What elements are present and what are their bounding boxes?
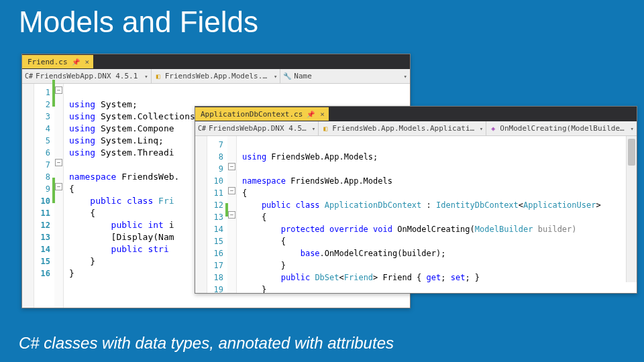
change-marker xyxy=(52,84,55,107)
fold-gutter: − − − xyxy=(227,136,237,293)
class-icon: ◧ xyxy=(154,72,162,80)
nav-class[interactable]: ◧FriendsWeb.App.Models.ApplicationDbCont… xyxy=(319,121,486,135)
code-area[interactable]: 7891011121314151617181920 − − − using Fr… xyxy=(195,136,637,293)
scrollbar-vertical[interactable] xyxy=(626,136,637,282)
nav-project[interactable]: C#FriendsWebApp.DNX 4.5.1▾ xyxy=(22,69,152,83)
slide-title: Models and Fields xyxy=(0,0,644,40)
slide-caption: C# classes with data types, annotated wi… xyxy=(19,334,394,353)
pin-icon[interactable]: 📌 xyxy=(307,111,315,118)
margin-gutter xyxy=(195,136,207,293)
nav-member[interactable]: ◈OnModelCreating(ModelBuilder builder)▾ xyxy=(486,121,637,135)
class-icon: ◧ xyxy=(321,125,329,133)
code-editor-dbcontext: ApplicationDbContext.cs 📌 × C#FriendsWeb… xyxy=(195,106,637,294)
change-marker xyxy=(225,203,228,217)
code-text[interactable]: using FriendsWeb.App.Models; namespace F… xyxy=(237,136,637,293)
method-icon: ◈ xyxy=(489,125,497,133)
nav-class[interactable]: ◧FriendsWeb.App.Models.Friend▾ xyxy=(152,69,281,83)
pin-icon[interactable]: 📌 xyxy=(72,58,80,66)
fold-gutter: − − − xyxy=(54,84,64,308)
tab-bar: Friend.cs 📌 × xyxy=(22,54,410,69)
tab-friend[interactable]: Friend.cs 📌 × xyxy=(22,55,93,68)
change-marker xyxy=(52,178,55,203)
fold-toggle[interactable]: − xyxy=(228,163,235,170)
chevron-down-icon: ▾ xyxy=(274,73,277,80)
fold-toggle[interactable]: − xyxy=(55,86,62,94)
nav-project[interactable]: C#FriendsWebApp.DNX 4.5.1▾ xyxy=(195,121,319,135)
chevron-down-icon: ▾ xyxy=(480,125,483,132)
fold-toggle[interactable]: − xyxy=(55,183,62,190)
chevron-down-icon: ▾ xyxy=(631,125,634,132)
scrollbar-thumb[interactable] xyxy=(628,139,635,166)
csharp-icon: C# xyxy=(198,125,206,133)
fold-toggle[interactable]: − xyxy=(228,187,235,194)
chevron-down-icon: ▾ xyxy=(404,73,407,80)
tab-label: Friend.cs xyxy=(28,58,68,66)
nav-bar: C#FriendsWebApp.DNX 4.5.1▾ ◧FriendsWeb.A… xyxy=(22,69,410,84)
chevron-down-icon: ▾ xyxy=(312,125,315,132)
fold-toggle[interactable]: − xyxy=(228,211,235,219)
nav-bar: C#FriendsWebApp.DNX 4.5.1▾ ◧FriendsWeb.A… xyxy=(195,121,637,136)
line-numbers: 12345678910111213141516 xyxy=(34,84,54,308)
close-icon[interactable]: × xyxy=(84,58,91,66)
fold-toggle[interactable]: − xyxy=(55,159,62,166)
csharp-icon: C# xyxy=(25,72,33,80)
tab-dbcontext[interactable]: ApplicationDbContext.cs 📌 × xyxy=(195,107,329,121)
tab-bar: ApplicationDbContext.cs 📌 × xyxy=(195,107,637,121)
wrench-icon: 🔧 xyxy=(283,72,291,80)
close-icon[interactable]: × xyxy=(319,110,326,119)
margin-gutter xyxy=(22,84,34,308)
chevron-down-icon: ▾ xyxy=(144,73,148,80)
line-numbers: 7891011121314151617181920 xyxy=(207,136,227,293)
nav-member[interactable]: 🔧Name▾ xyxy=(280,69,410,83)
tab-label: ApplicationDbContext.cs xyxy=(201,110,303,119)
